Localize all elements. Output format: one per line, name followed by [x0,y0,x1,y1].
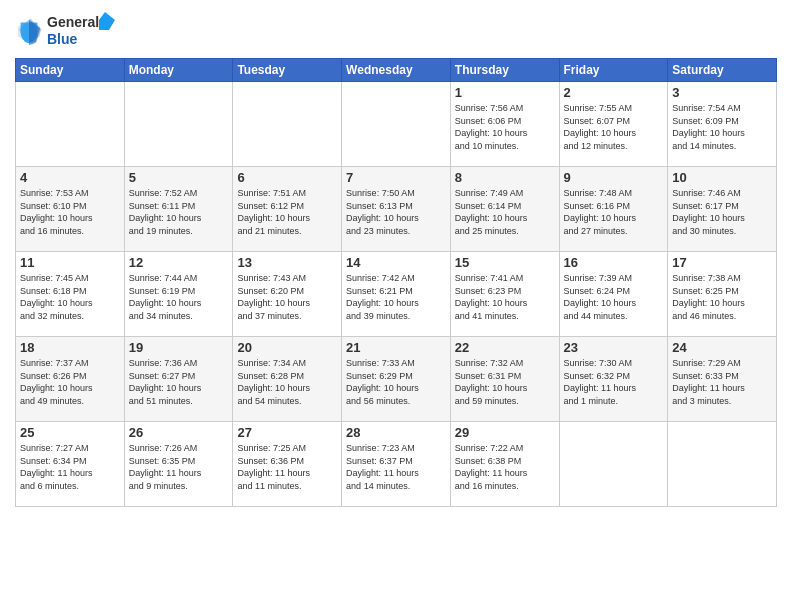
logo-icon [15,17,43,45]
day-number: 6 [237,170,337,185]
calendar-cell: 21Sunrise: 7:33 AM Sunset: 6:29 PM Dayli… [342,337,451,422]
calendar-cell: 11Sunrise: 7:45 AM Sunset: 6:18 PM Dayli… [16,252,125,337]
day-number: 14 [346,255,446,270]
day-number: 24 [672,340,772,355]
calendar-cell: 12Sunrise: 7:44 AM Sunset: 6:19 PM Dayli… [124,252,233,337]
day-info: Sunrise: 7:22 AM Sunset: 6:38 PM Dayligh… [455,442,555,492]
calendar-cell: 7Sunrise: 7:50 AM Sunset: 6:13 PM Daylig… [342,167,451,252]
day-info: Sunrise: 7:56 AM Sunset: 6:06 PM Dayligh… [455,102,555,152]
calendar-cell: 16Sunrise: 7:39 AM Sunset: 6:24 PM Dayli… [559,252,668,337]
calendar-cell: 19Sunrise: 7:36 AM Sunset: 6:27 PM Dayli… [124,337,233,422]
calendar-cell [233,82,342,167]
day-info: Sunrise: 7:26 AM Sunset: 6:35 PM Dayligh… [129,442,229,492]
day-info: Sunrise: 7:41 AM Sunset: 6:23 PM Dayligh… [455,272,555,322]
logo: General Blue [15,10,117,52]
day-number: 7 [346,170,446,185]
calendar-cell: 28Sunrise: 7:23 AM Sunset: 6:37 PM Dayli… [342,422,451,507]
day-info: Sunrise: 7:45 AM Sunset: 6:18 PM Dayligh… [20,272,120,322]
calendar-cell: 5Sunrise: 7:52 AM Sunset: 6:11 PM Daylig… [124,167,233,252]
day-number: 23 [564,340,664,355]
day-number: 3 [672,85,772,100]
day-info: Sunrise: 7:25 AM Sunset: 6:36 PM Dayligh… [237,442,337,492]
day-number: 27 [237,425,337,440]
calendar-cell: 3Sunrise: 7:54 AM Sunset: 6:09 PM Daylig… [668,82,777,167]
calendar-cell: 29Sunrise: 7:22 AM Sunset: 6:38 PM Dayli… [450,422,559,507]
calendar-cell: 10Sunrise: 7:46 AM Sunset: 6:17 PM Dayli… [668,167,777,252]
day-number: 4 [20,170,120,185]
day-info: Sunrise: 7:38 AM Sunset: 6:25 PM Dayligh… [672,272,772,322]
day-info: Sunrise: 7:30 AM Sunset: 6:32 PM Dayligh… [564,357,664,407]
day-number: 16 [564,255,664,270]
weekday-header-saturday: Saturday [668,59,777,82]
calendar-cell: 14Sunrise: 7:42 AM Sunset: 6:21 PM Dayli… [342,252,451,337]
logo-text: General Blue [47,10,117,52]
day-number: 22 [455,340,555,355]
calendar-cell: 18Sunrise: 7:37 AM Sunset: 6:26 PM Dayli… [16,337,125,422]
weekday-header-sunday: Sunday [16,59,125,82]
calendar-cell: 17Sunrise: 7:38 AM Sunset: 6:25 PM Dayli… [668,252,777,337]
calendar-cell: 8Sunrise: 7:49 AM Sunset: 6:14 PM Daylig… [450,167,559,252]
day-number: 21 [346,340,446,355]
calendar-cell: 13Sunrise: 7:43 AM Sunset: 6:20 PM Dayli… [233,252,342,337]
day-number: 5 [129,170,229,185]
day-info: Sunrise: 7:32 AM Sunset: 6:31 PM Dayligh… [455,357,555,407]
day-info: Sunrise: 7:34 AM Sunset: 6:28 PM Dayligh… [237,357,337,407]
day-number: 15 [455,255,555,270]
calendar-cell: 6Sunrise: 7:51 AM Sunset: 6:12 PM Daylig… [233,167,342,252]
svg-text:Blue: Blue [47,31,78,47]
calendar-cell: 23Sunrise: 7:30 AM Sunset: 6:32 PM Dayli… [559,337,668,422]
calendar-week-row: 18Sunrise: 7:37 AM Sunset: 6:26 PM Dayli… [16,337,777,422]
calendar-cell: 22Sunrise: 7:32 AM Sunset: 6:31 PM Dayli… [450,337,559,422]
day-info: Sunrise: 7:39 AM Sunset: 6:24 PM Dayligh… [564,272,664,322]
day-number: 12 [129,255,229,270]
calendar-cell: 27Sunrise: 7:25 AM Sunset: 6:36 PM Dayli… [233,422,342,507]
day-number: 28 [346,425,446,440]
day-info: Sunrise: 7:50 AM Sunset: 6:13 PM Dayligh… [346,187,446,237]
calendar-cell [124,82,233,167]
weekday-header-tuesday: Tuesday [233,59,342,82]
calendar-cell: 2Sunrise: 7:55 AM Sunset: 6:07 PM Daylig… [559,82,668,167]
weekday-header-row: SundayMondayTuesdayWednesdayThursdayFrid… [16,59,777,82]
day-info: Sunrise: 7:55 AM Sunset: 6:07 PM Dayligh… [564,102,664,152]
day-info: Sunrise: 7:29 AM Sunset: 6:33 PM Dayligh… [672,357,772,407]
calendar-week-row: 4Sunrise: 7:53 AM Sunset: 6:10 PM Daylig… [16,167,777,252]
calendar-cell [668,422,777,507]
calendar-cell: 26Sunrise: 7:26 AM Sunset: 6:35 PM Dayli… [124,422,233,507]
calendar-cell: 25Sunrise: 7:27 AM Sunset: 6:34 PM Dayli… [16,422,125,507]
calendar-week-row: 11Sunrise: 7:45 AM Sunset: 6:18 PM Dayli… [16,252,777,337]
calendar-cell: 15Sunrise: 7:41 AM Sunset: 6:23 PM Dayli… [450,252,559,337]
day-number: 29 [455,425,555,440]
day-info: Sunrise: 7:52 AM Sunset: 6:11 PM Dayligh… [129,187,229,237]
calendar-week-row: 25Sunrise: 7:27 AM Sunset: 6:34 PM Dayli… [16,422,777,507]
weekday-header-thursday: Thursday [450,59,559,82]
day-number: 25 [20,425,120,440]
calendar-cell [16,82,125,167]
day-info: Sunrise: 7:46 AM Sunset: 6:17 PM Dayligh… [672,187,772,237]
day-number: 19 [129,340,229,355]
day-info: Sunrise: 7:49 AM Sunset: 6:14 PM Dayligh… [455,187,555,237]
calendar-cell [342,82,451,167]
day-number: 11 [20,255,120,270]
weekday-header-wednesday: Wednesday [342,59,451,82]
day-info: Sunrise: 7:27 AM Sunset: 6:34 PM Dayligh… [20,442,120,492]
day-number: 26 [129,425,229,440]
day-info: Sunrise: 7:36 AM Sunset: 6:27 PM Dayligh… [129,357,229,407]
day-info: Sunrise: 7:48 AM Sunset: 6:16 PM Dayligh… [564,187,664,237]
day-info: Sunrise: 7:51 AM Sunset: 6:12 PM Dayligh… [237,187,337,237]
calendar-cell: 4Sunrise: 7:53 AM Sunset: 6:10 PM Daylig… [16,167,125,252]
calendar-cell: 20Sunrise: 7:34 AM Sunset: 6:28 PM Dayli… [233,337,342,422]
day-info: Sunrise: 7:42 AM Sunset: 6:21 PM Dayligh… [346,272,446,322]
day-number: 13 [237,255,337,270]
day-info: Sunrise: 7:33 AM Sunset: 6:29 PM Dayligh… [346,357,446,407]
day-number: 20 [237,340,337,355]
day-number: 17 [672,255,772,270]
day-info: Sunrise: 7:23 AM Sunset: 6:37 PM Dayligh… [346,442,446,492]
weekday-header-friday: Friday [559,59,668,82]
day-info: Sunrise: 7:44 AM Sunset: 6:19 PM Dayligh… [129,272,229,322]
day-number: 10 [672,170,772,185]
day-number: 2 [564,85,664,100]
day-number: 8 [455,170,555,185]
calendar-week-row: 1Sunrise: 7:56 AM Sunset: 6:06 PM Daylig… [16,82,777,167]
main-container: General Blue SundayMondayTuesdayWednesda… [0,0,792,512]
calendar-table: SundayMondayTuesdayWednesdayThursdayFrid… [15,58,777,507]
